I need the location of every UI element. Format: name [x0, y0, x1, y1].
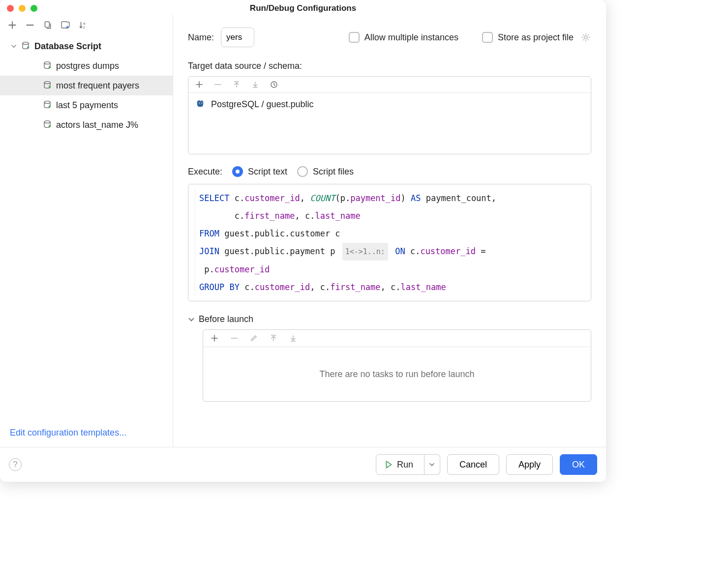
data-source-item[interactable]: PostgreSQL / guest.public [195, 99, 584, 110]
ok-button[interactable]: OK [560, 454, 597, 475]
bl-move-up-icon[interactable] [268, 333, 279, 344]
remove-config-icon[interactable] [25, 20, 35, 30]
run-label: Run [397, 460, 413, 470]
add-config-icon[interactable] [7, 20, 18, 30]
ds-add-icon[interactable] [194, 80, 204, 89]
database-icon [42, 60, 53, 71]
svg-point-10 [199, 103, 200, 104]
svg-point-7 [44, 121, 50, 123]
bl-add-icon[interactable] [209, 333, 220, 344]
store-as-project-label: Store as project file [498, 32, 574, 43]
join-hint-badge: 1<->1..n: [342, 243, 388, 261]
radio-label: Script text [248, 167, 287, 177]
database-icon [42, 119, 53, 130]
tree-root-database-script[interactable]: Database Script [0, 36, 173, 56]
tree-item-last-5-payments[interactable]: last 5 payments [0, 95, 173, 115]
script-text-editor[interactable]: SELECT c.customer_id, COUNT(p.payment_id… [188, 184, 591, 301]
execute-script-text-radio[interactable]: Script text [232, 166, 287, 177]
minimize-window-button[interactable] [19, 5, 26, 12]
before-launch-empty-text: There are no tasks to run before launch [203, 347, 591, 401]
save-config-icon[interactable] [60, 20, 71, 30]
database-icon [42, 80, 53, 91]
tree-item-label: postgres dumps [56, 61, 119, 71]
help-button[interactable]: ? [9, 458, 22, 471]
ds-history-icon[interactable] [269, 80, 279, 89]
chevron-down-icon [188, 316, 195, 323]
database-icon [42, 100, 53, 111]
ds-remove-icon[interactable] [213, 80, 223, 89]
execute-script-files-radio[interactable]: Script files [297, 166, 354, 177]
close-window-button[interactable] [7, 5, 14, 12]
bl-edit-icon[interactable] [248, 333, 259, 344]
gear-icon[interactable] [580, 32, 591, 43]
tree-item-actors-lastname-j[interactable]: actors last_name J% [0, 115, 173, 135]
store-as-project-file-checkbox[interactable]: Store as project file [482, 32, 574, 43]
name-input[interactable] [221, 28, 254, 47]
cancel-button[interactable]: Cancel [447, 454, 499, 475]
ds-move-down-icon[interactable] [250, 80, 260, 89]
tree-item-most-frequent-payers[interactable]: most frequent payers [0, 76, 173, 95]
bl-move-down-icon[interactable] [288, 333, 299, 344]
apply-button[interactable]: Apply [506, 454, 553, 475]
allow-multiple-label: Allow multiple instances [364, 32, 458, 43]
svg-point-6 [44, 101, 50, 104]
execute-label: Execute: [188, 167, 222, 177]
run-button[interactable]: Run [376, 454, 425, 475]
checkbox-icon [349, 32, 360, 43]
maximize-window-button[interactable] [30, 5, 37, 12]
sort-icon[interactable]: az [78, 20, 89, 30]
copy-config-icon[interactable] [42, 20, 53, 30]
tree-item-label: last 5 payments [56, 100, 118, 111]
tree-item-label: actors last_name J% [56, 120, 138, 130]
edit-templates-link[interactable]: Edit configuration templates... [10, 428, 126, 438]
run-dropdown-button[interactable] [425, 454, 440, 475]
ds-move-up-icon[interactable] [232, 80, 242, 89]
bl-remove-icon[interactable] [229, 333, 240, 344]
data-source-label: PostgreSQL / guest.public [211, 99, 313, 110]
checkbox-icon [482, 32, 493, 43]
target-datasource-label: Target data source / schema: [188, 61, 591, 71]
svg-point-8 [584, 36, 587, 39]
postgresql-icon [195, 99, 206, 110]
svg-point-5 [44, 82, 50, 84]
target-datasource-box: PostgreSQL / guest.public [188, 76, 591, 154]
before-launch-box: There are no tasks to run before launch [203, 329, 591, 402]
chevron-down-icon [10, 42, 18, 50]
tree-root-label: Database Script [34, 41, 101, 52]
svg-rect-0 [45, 22, 49, 27]
svg-point-4 [44, 62, 50, 64]
sidebar: az Database Script post [0, 15, 173, 447]
play-icon [384, 460, 393, 469]
radio-checked-icon [232, 166, 243, 177]
editor-gutter [188, 189, 195, 296]
tree-item-label: most frequent payers [56, 81, 139, 91]
database-icon [21, 41, 31, 52]
svg-point-3 [23, 42, 29, 45]
tree-item-postgres-dumps[interactable]: postgres dumps [0, 56, 173, 76]
allow-multiple-instances-checkbox[interactable]: Allow multiple instances [349, 32, 458, 43]
before-launch-label: Before launch [199, 314, 253, 324]
editor-content: SELECT c.customer_id, COUNT(p.payment_id… [199, 189, 496, 296]
svg-point-11 [202, 103, 203, 104]
window-title: Run/Debug Configurations [0, 3, 606, 13]
svg-text:z: z [83, 25, 85, 29]
radio-unchecked-icon [297, 166, 308, 177]
radio-label: Script files [313, 167, 354, 177]
detail-pane: Name: Allow multiple instances Store as … [173, 15, 606, 447]
before-launch-header[interactable]: Before launch [188, 314, 591, 324]
name-label: Name: [188, 32, 214, 43]
